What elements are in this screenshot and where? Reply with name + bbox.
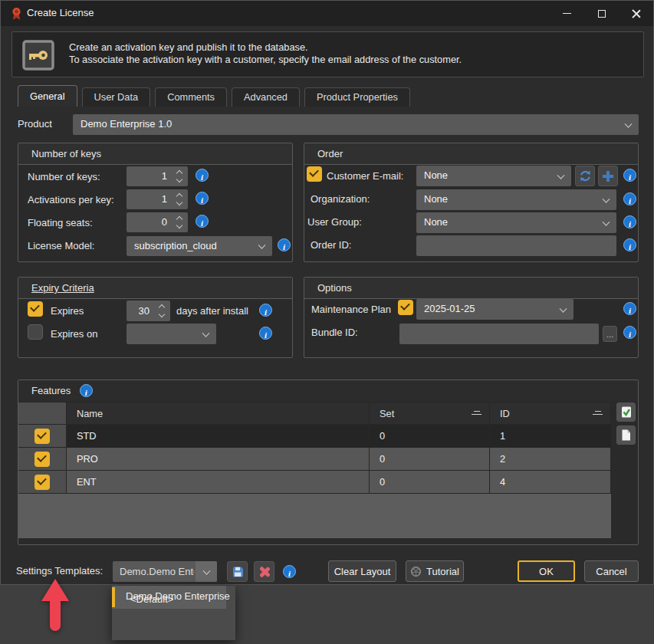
feature-checkbox[interactable] [35,429,50,444]
chevron-down-icon [203,567,211,574]
group-header: Features [18,380,638,402]
order-id-label: Order ID: [311,238,351,253]
tutorial-button[interactable]: Tutorial [406,560,464,582]
close-button[interactable] [619,1,653,26]
browse-button-label: ... [606,330,613,339]
product-select-value: Demo Enterprise 1.0 [81,118,172,130]
info-icon[interactable] [196,169,209,182]
organization-select[interactable]: None [416,189,616,210]
expires-on-checkbox[interactable] [28,324,43,340]
license-model-select[interactable]: subscription_cloud [127,236,272,256]
order-id-input[interactable] [416,235,616,256]
table-row[interactable]: ENT 0 4 [18,471,611,494]
number-of-keys-spinner[interactable]: 1 [127,166,188,186]
bundle-id-input[interactable] [399,324,599,344]
spin-up-icon[interactable] [159,304,165,310]
minimize-button[interactable] [550,1,584,26]
feature-checkbox[interactable] [35,452,50,467]
user-group-select[interactable]: None [416,212,616,233]
selected-marker [112,587,115,607]
annotation-arrow-up-icon [41,579,69,632]
group-header: Number of keys [18,143,292,165]
spinner-value: 1 [162,189,167,209]
save-template-button[interactable] [227,561,248,582]
maintenance-plan-select[interactable]: 2025-01-25 [416,299,573,320]
floating-seats-spinner[interactable]: 0 [127,212,188,232]
info-icon[interactable] [623,326,636,339]
expires-days-spinner[interactable]: 30 [127,301,170,321]
feature-checkbox[interactable] [35,475,50,490]
feature-name: PRO [67,448,370,471]
tab-comments[interactable]: Comments [155,87,227,107]
feature-set: 0 [370,448,490,471]
maintenance-plan-checkbox[interactable] [398,300,413,315]
chevron-down-icon [625,120,633,127]
ok-label: OK [539,566,554,577]
settings-template-dropdown-button[interactable] [196,561,217,582]
customer-email-select[interactable]: None [416,166,571,186]
cancel-button[interactable]: Cancel [584,560,639,582]
tab-general[interactable]: General [18,85,77,107]
bundle-id-browse-button[interactable]: ... [603,326,617,342]
copy-features-button[interactable] [616,426,636,445]
add-customer-button[interactable] [598,166,618,186]
info-icon[interactable] [80,384,93,397]
group-header: Expiry Criteria [18,278,292,299]
info-icon[interactable] [623,192,636,205]
info-icon[interactable] [623,169,636,182]
film-reel-icon [410,566,422,577]
expires-checkbox[interactable] [28,301,43,317]
chevron-down-icon [202,329,210,337]
maximize-button[interactable] [584,1,619,26]
spin-down-icon[interactable] [159,311,165,317]
customer-email-checkbox[interactable] [307,166,322,182]
header-id[interactable]: ID [490,402,611,425]
features-table: Name Set ID STD 0 1 PRO 0 2 [18,402,611,538]
info-icon[interactable] [623,302,636,315]
spin-down-icon[interactable] [176,222,182,228]
info-icon[interactable] [278,238,291,251]
select-all-features-button[interactable] [616,402,636,422]
group-title: Order [317,148,343,159]
activations-per-key-spinner[interactable]: 1 [127,189,188,209]
bundle-id-label: Bundle ID: [311,325,358,340]
info-icon[interactable] [623,238,636,251]
info-icon[interactable] [259,327,272,340]
ok-button[interactable]: OK [518,560,575,582]
save-icon [232,566,244,578]
delete-template-button[interactable] [254,561,274,582]
tab-user-data[interactable]: User Data [82,87,151,107]
chevron-down-icon [560,304,567,312]
info-icon[interactable] [259,304,272,317]
info-icon[interactable] [196,192,209,205]
expires-on-select[interactable] [127,324,216,344]
tutorial-label: Tutorial [426,566,459,577]
info-icon[interactable] [196,215,209,228]
spin-down-icon[interactable] [176,199,182,205]
clear-layout-button[interactable]: Clear Layout [328,560,396,582]
settings-template-combo[interactable]: Demo.Demo Enter... [113,561,217,582]
tab-product-properties[interactable]: Product Properties [304,87,410,107]
spin-down-icon[interactable] [176,176,182,182]
product-select[interactable]: Demo Enterprise 1.0 [73,114,639,135]
title-bar[interactable]: Create License [1,1,653,26]
chevron-down-icon [603,218,610,225]
refresh-customers-button[interactable] [575,166,595,186]
header-name[interactable]: Name [67,402,370,425]
sort-icon[interactable] [472,411,481,415]
popup-item-selected[interactable]: Demo.Demo Enterprise [112,586,226,609]
table-row[interactable]: STD 0 1 [18,425,611,448]
banner-line-2: To associate the activation key with a c… [69,54,462,66]
info-icon[interactable] [283,565,296,578]
group-title: Features [31,385,71,396]
tab-advanced[interactable]: Advanced [232,87,300,107]
feature-id: 1 [490,425,611,448]
spinner-value: 1 [162,166,167,186]
info-icon[interactable] [623,215,636,228]
license-model-label: License Model: [28,238,94,254]
table-row[interactable]: PRO 0 2 [18,448,611,471]
sort-icon[interactable] [593,411,603,415]
license-model-value: subscription_cloud [134,240,217,251]
group-title: Options [317,282,352,294]
header-set[interactable]: Set [370,402,490,425]
